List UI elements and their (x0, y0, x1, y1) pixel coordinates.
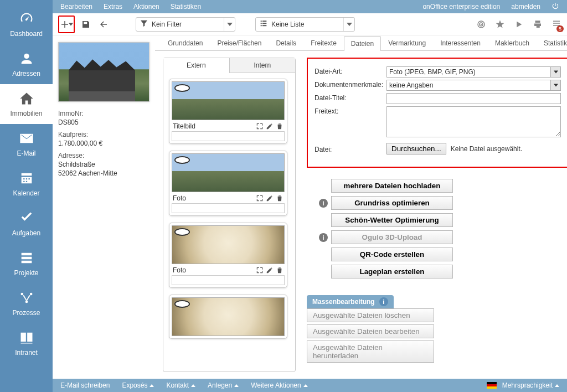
tab-dateien[interactable]: Dateien (344, 36, 381, 51)
tab-details[interactable]: Details (269, 35, 303, 50)
field-art-select[interactable]: Foto (JPEG, BMP, GIF, PNG) (386, 66, 561, 78)
field-merkmale-label: Dokumentenmerkmale: (315, 80, 386, 89)
info-icon[interactable]: i (319, 199, 328, 208)
toolbar: Kein Filter Keine Liste (53, 13, 567, 35)
immo-label: ImmoNr: (58, 110, 150, 117)
play-icon[interactable] (514, 19, 524, 29)
edit-icon[interactable] (266, 122, 274, 130)
chevron-down-icon (224, 18, 235, 31)
mass-delete-button[interactable]: Ausgewählte Dateien löschen (307, 308, 434, 322)
rail-aufgaben[interactable]: Aufgaben (0, 204, 53, 244)
menu-aktionen[interactable]: Aktionen (133, 3, 159, 11)
list-combo[interactable]: Keine Liste (255, 17, 355, 32)
trash-icon[interactable] (276, 194, 284, 202)
multi-upload-button[interactable]: mehrere Dateien hochladen (331, 179, 453, 193)
field-titel-label: Datei-Titel: (315, 93, 386, 102)
file-card[interactable] (169, 295, 287, 339)
add-highlight (58, 16, 75, 33)
file-card[interactable]: Titelbild (169, 79, 287, 144)
save-button[interactable] (79, 18, 92, 31)
chevron-down-icon (343, 18, 354, 31)
thumbnails-scroll[interactable]: Titelbild Foto Foto (163, 73, 295, 372)
info-icon[interactable]: i (379, 297, 388, 306)
mass-heading-label: Massenbearbeitung (312, 298, 375, 306)
file-card[interactable]: Foto (169, 151, 287, 216)
field-file-label: Datei: (315, 145, 386, 153)
field-art-value: Foto (JPEG, BMP, GIF, PNG) (389, 68, 476, 76)
subtab-extern[interactable]: Extern (163, 58, 230, 73)
wetter-button[interactable]: Schön-Wetter Optimierung (331, 213, 453, 227)
trash-icon[interactable] (276, 122, 284, 130)
mass-download-button[interactable]: Ausgewählte Dateien herunterladen (307, 341, 434, 363)
field-freitext-textarea[interactable] (386, 106, 561, 137)
tab-interessenten[interactable]: Interessenten (433, 35, 488, 50)
bottom-expose[interactable]: Exposés (122, 381, 154, 389)
rail-prozesse[interactable]: Prozesse (0, 283, 53, 323)
rail-aufgaben-label: Aufgaben (12, 229, 40, 237)
flag-de-icon (487, 382, 497, 389)
print-icon[interactable] (533, 19, 543, 29)
field-merkmale-select[interactable]: keine Angaben (386, 80, 561, 91)
rail-email-label: E-Mail (17, 149, 35, 157)
lageplan-button[interactable]: Lageplan erstellen (331, 265, 453, 278)
select-circle[interactable] (174, 228, 190, 236)
menu-bearbeiten[interactable]: Bearbeiten (60, 3, 92, 11)
bottom-anlegen[interactable]: Anlegen (208, 381, 239, 389)
rail-adressen-label: Adressen (12, 70, 40, 78)
star-icon[interactable] (495, 19, 505, 29)
mail-icon (19, 131, 34, 146)
rail-email[interactable]: E-Mail (0, 124, 53, 164)
rail-kalender[interactable]: Kalender (0, 164, 53, 204)
add-button[interactable] (60, 18, 73, 31)
file-subtabs: Extern Intern (163, 58, 295, 73)
qr-button[interactable]: QR-Code erstellen (331, 247, 453, 261)
menu-statistiken[interactable]: Statistiken (171, 3, 201, 11)
select-circle[interactable] (174, 156, 190, 164)
addr-label: Adresse: (58, 152, 150, 159)
grundriss-button[interactable]: Grundriss optimieren (331, 196, 453, 210)
expand-icon[interactable] (256, 122, 264, 130)
bottom-more[interactable]: Weitere Aktionen (251, 381, 308, 389)
tab-statistik[interactable]: Statistik (537, 35, 567, 50)
select-circle[interactable] (174, 300, 190, 308)
list-icon (259, 19, 268, 29)
rail-intranet[interactable]: Intranet (0, 323, 53, 363)
mass-edit-button[interactable]: Ausgewählte Dateien bearbeiten (307, 324, 434, 338)
notif-icon[interactable] (551, 18, 561, 30)
bottom-lang[interactable]: Mehrsprachigkeit (487, 381, 559, 389)
power-icon[interactable] (551, 2, 559, 12)
edit-icon[interactable] (266, 194, 274, 202)
ogulo-button[interactable]: Ogulo 3D-Upload (331, 230, 453, 244)
stack-icon (19, 250, 34, 266)
trash-icon[interactable] (276, 266, 284, 274)
bottom-kontakt[interactable]: Kontakt (166, 381, 195, 389)
tab-grunddaten[interactable]: Grunddaten (161, 35, 210, 50)
file-title-input[interactable] (172, 275, 285, 285)
field-titel-input[interactable] (386, 93, 561, 104)
tab-preise[interactable]: Preise/Flächen (210, 35, 269, 50)
menu-extras[interactable]: Extras (104, 3, 122, 11)
select-circle[interactable] (174, 84, 190, 92)
file-card[interactable]: Foto (169, 223, 287, 288)
subtab-intern[interactable]: Intern (230, 58, 296, 73)
rail-dashboard[interactable]: Dashboard (0, 4, 53, 44)
filter-combo[interactable]: Kein Filter (136, 17, 235, 32)
rail-projekte[interactable]: Projekte (0, 244, 53, 283)
rail-immobilien[interactable]: Immobilien (0, 84, 53, 124)
tab-vermarktung[interactable]: Vermarktung (381, 35, 433, 50)
tab-maklerbuch[interactable]: Maklerbuch (488, 35, 537, 50)
edit-icon[interactable] (266, 266, 274, 274)
back-button[interactable] (97, 18, 110, 31)
browse-button[interactable]: Durchsuchen... (386, 143, 446, 154)
bottom-mail[interactable]: E-Mail schreiben (60, 381, 110, 389)
expand-icon[interactable] (256, 266, 264, 274)
file-title-input[interactable] (172, 131, 285, 141)
expand-icon[interactable] (256, 194, 264, 202)
target-icon[interactable] (476, 19, 486, 29)
file-title-input[interactable] (172, 203, 285, 213)
info-icon[interactable]: i (319, 233, 328, 242)
rail-adressen[interactable]: Adressen (0, 44, 53, 84)
flow-icon (19, 290, 34, 306)
logout-link[interactable]: abmelden (511, 3, 540, 11)
tab-freitexte[interactable]: Freitexte (303, 35, 344, 50)
